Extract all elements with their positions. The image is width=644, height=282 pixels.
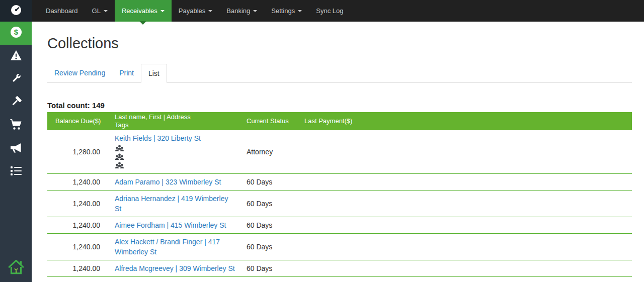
chevron-down-icon: [104, 10, 108, 12]
sidebar-nav: $: [0, 22, 32, 183]
content-area: Collections Review Pending Print List To…: [32, 22, 644, 282]
balance-cell: 1,240.00: [47, 217, 107, 234]
filler-cell: [367, 234, 632, 260]
tenant-link[interactable]: Keith Fields | 320 Liberty St: [115, 134, 201, 142]
nav-item-receivables[interactable]: Receivables: [115, 0, 172, 22]
chevron-down-icon: [208, 10, 212, 12]
house-logo-icon: [7, 257, 25, 277]
balance-cell: 1,240.00: [47, 174, 107, 191]
filler-cell: [367, 174, 632, 191]
nav-item-settings[interactable]: Settings: [264, 0, 309, 22]
home-logo[interactable]: [0, 253, 32, 282]
table-row: 1,280.00 Keith Fields | 320 Liberty St A…: [47, 130, 632, 174]
payment-cell: [299, 174, 367, 191]
nav-label: Banking: [226, 7, 250, 15]
nav-label: Payables: [179, 7, 205, 15]
wrench-icon: [10, 72, 22, 86]
status-cell: 60 Days: [242, 277, 299, 282]
collections-tabs: Review Pending Print List: [47, 64, 632, 83]
filler-cell: [367, 191, 632, 217]
total-count-label: Total count:: [47, 101, 90, 110]
nav-item-payables[interactable]: Payables: [172, 0, 219, 22]
payment-cell: [299, 130, 367, 174]
tags: [115, 145, 236, 169]
header-status: Current Status: [242, 112, 299, 130]
megaphone-icon: [10, 142, 23, 156]
tasks-icon: [10, 165, 22, 178]
balance-cell: 1,280.00: [47, 130, 107, 174]
name-cell: Adriana Hernandez | 419 Wimberley St: [107, 191, 242, 217]
name-cell: Alfreda Mcgreevey | 309 Wimberley St: [107, 260, 242, 277]
payment-cell: [299, 191, 367, 217]
sidebar-item-tasks[interactable]: [0, 160, 32, 183]
gauge-icon: [10, 4, 22, 18]
collections-table: Balance Due($) Last name, First | Addres…: [47, 112, 632, 282]
nav-item-sync-log[interactable]: Sync Log: [309, 0, 350, 22]
table-row: 1,240.00 Alex Hackett / Brandi Finger | …: [47, 234, 632, 260]
name-cell: Aimee Fordham | 415 Wimberley St: [107, 217, 242, 234]
table-row: 1,240.00 Alfreda Mcgreevey | 309 Wimberl…: [47, 260, 632, 277]
name-cell: Alex Hackett / Brandi Finger | 417 Wimbe…: [107, 234, 242, 260]
tab-print[interactable]: Print: [112, 64, 141, 82]
tenant-link[interactable]: Adam Paramo | 323 Wimberley St: [115, 178, 221, 186]
nav-label: Settings: [271, 7, 295, 15]
filler-cell: [367, 130, 632, 174]
header-name: Last name, First | Address Tags: [107, 112, 242, 130]
nav-label: GL: [92, 7, 101, 15]
group-icon[interactable]: [115, 153, 124, 161]
status-cell: 60 Days: [242, 174, 299, 191]
name-cell: Alvin Wright | 420 Wimberley St: [107, 277, 242, 282]
cart-icon: [10, 119, 23, 133]
header-filler: [367, 112, 632, 130]
status-cell: 60 Days: [242, 234, 299, 260]
dollar-icon: $: [10, 26, 23, 41]
filler-cell: [367, 260, 632, 277]
top-nav: Dashboard GL Receivables Payables Bankin…: [32, 0, 644, 22]
group-icon[interactable]: [115, 145, 124, 152]
tenant-link[interactable]: Alfreda Mcgreevey | 309 Wimberley St: [115, 264, 235, 272]
tenant-link[interactable]: Aimee Fordham | 415 Wimberley St: [115, 221, 226, 229]
table-row: 1,240.00 Adam Paramo | 323 Wimberley St …: [47, 174, 632, 191]
sidebar-item-money[interactable]: $: [0, 22, 32, 45]
nav-item-banking[interactable]: Banking: [219, 0, 264, 22]
svg-text:$: $: [14, 28, 18, 36]
nav-item-gl[interactable]: GL: [85, 0, 115, 22]
nav-label: Sync Log: [316, 7, 343, 15]
sidebar-item-alerts[interactable]: [0, 45, 32, 68]
table-row: 1,240.00 Adriana Hernandez | 419 Wimberl…: [47, 191, 632, 217]
sidebar-item-announcements[interactable]: [0, 137, 32, 160]
header-name-line2: Tags: [115, 121, 236, 129]
name-cell: Keith Fields | 320 Liberty St: [107, 130, 242, 174]
total-count: Total count: 149: [47, 101, 632, 110]
group-icon[interactable]: [115, 162, 124, 169]
warning-icon: [10, 50, 22, 63]
balance-cell: 1,240.00: [47, 191, 107, 217]
header-last-payment: Last Payment($): [299, 112, 367, 130]
chevron-down-icon: [160, 10, 165, 12]
table-row: 1,240.00 Alvin Wright | 420 Wimberley St…: [47, 277, 632, 282]
payment-cell: [299, 217, 367, 234]
balance-cell: 1,240.00: [47, 277, 107, 282]
table-row: 1,240.00 Aimee Fordham | 415 Wimberley S…: [47, 217, 632, 234]
chevron-down-icon: [298, 10, 302, 12]
sidebar-item-tools[interactable]: [0, 91, 32, 114]
tab-review-pending[interactable]: Review Pending: [47, 64, 112, 82]
app-window: $: [0, 0, 644, 282]
nav-label: Dashboard: [46, 7, 78, 15]
name-cell: Adam Paramo | 323 Wimberley St: [107, 174, 242, 191]
status-cell: Attorney: [242, 130, 299, 174]
page-title: Collections: [47, 35, 632, 52]
tab-list[interactable]: List: [141, 64, 167, 83]
nav-item-dashboard[interactable]: Dashboard: [39, 0, 85, 22]
header-name-line1: Last name, First | Address: [115, 113, 236, 121]
sidebar-item-purchasing[interactable]: [0, 114, 32, 137]
filler-cell: [367, 277, 632, 282]
tenant-link[interactable]: Alex Hackett / Brandi Finger | 417 Wimbe…: [115, 238, 220, 256]
payment-cell: [299, 260, 367, 277]
sidebar-item-dashboard[interactable]: [0, 0, 32, 22]
nav-label: Receivables: [122, 7, 157, 15]
balance-cell: 1,240.00: [47, 234, 107, 260]
sidebar-item-maintenance[interactable]: [0, 68, 32, 91]
hammer-icon: [10, 96, 22, 110]
tenant-link[interactable]: Adriana Hernandez | 419 Wimberley St: [115, 195, 228, 213]
